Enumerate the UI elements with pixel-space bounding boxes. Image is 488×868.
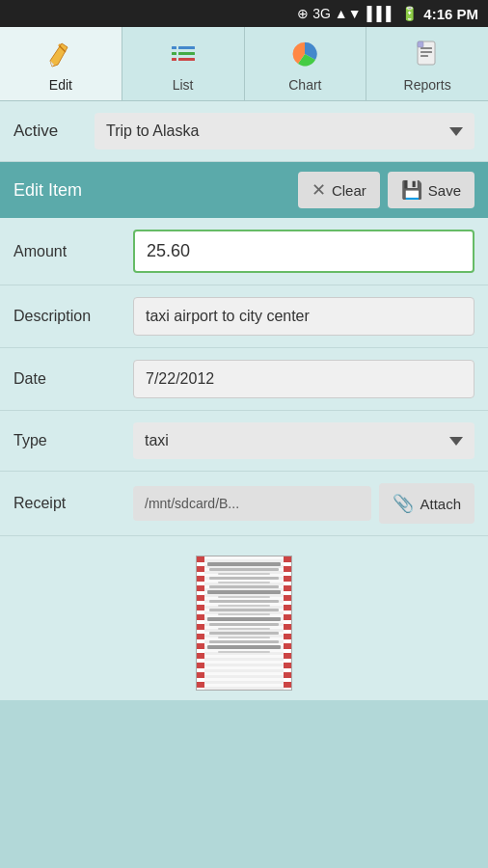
list-icon xyxy=(166,37,201,71)
signal-bars-icon: ▌▌▌ xyxy=(367,6,396,21)
clear-button[interactable]: ✕ Clear xyxy=(298,172,380,208)
save-button[interactable]: 💾 Save xyxy=(388,172,474,208)
save-button-label: Save xyxy=(428,182,461,199)
reports-icon xyxy=(410,37,445,71)
x-icon: ✕ xyxy=(312,179,326,201)
type-label: Type xyxy=(14,432,120,449)
active-dropdown[interactable]: Trip to Alaska xyxy=(95,113,474,149)
receipt-line-16 xyxy=(209,632,279,635)
header-buttons: ✕ Clear 💾 Save xyxy=(298,172,474,208)
date-input[interactable] xyxy=(133,360,474,398)
paperclip-icon: 📎 xyxy=(393,493,414,514)
receipt-line-3 xyxy=(218,573,270,575)
clear-button-label: Clear xyxy=(332,182,366,199)
edit-header: Edit Item ✕ Clear 💾 Save xyxy=(0,162,488,218)
receipt-line-18 xyxy=(209,640,279,643)
tab-edit[interactable]: Edit xyxy=(0,27,122,100)
svg-rect-8 xyxy=(172,58,176,61)
date-row: Date xyxy=(0,348,488,411)
receipt-line-17 xyxy=(218,637,270,638)
receipt-input-wrap: /mnt/sdcard/B... 📎 Attach xyxy=(133,483,474,524)
tab-bar: Edit List Chart xyxy=(0,27,488,101)
svg-rect-13 xyxy=(420,51,432,53)
chart-icon xyxy=(287,37,322,71)
receipt-label: Receipt xyxy=(14,495,120,512)
active-value: Trip to Alaska xyxy=(106,122,199,140)
attach-button[interactable]: 📎 Attach xyxy=(379,483,474,524)
description-input[interactable] xyxy=(133,297,474,336)
svg-marker-1 xyxy=(50,43,68,67)
receipt-line-19 xyxy=(207,645,282,649)
receipt-stripe-right xyxy=(284,556,291,690)
tab-chart-label: Chart xyxy=(288,77,321,93)
amount-label: Amount xyxy=(14,243,120,260)
clock: 4:16 PM xyxy=(423,6,478,22)
receipt-image[interactable] xyxy=(196,556,292,691)
tab-chart[interactable]: Chart xyxy=(245,27,367,100)
svg-rect-4 xyxy=(172,46,176,49)
edit-header-label: Edit Item xyxy=(14,180,82,201)
amount-row: Amount xyxy=(0,218,488,285)
receipt-line-10 xyxy=(218,605,270,607)
date-label: Date xyxy=(14,370,120,388)
receipt-line-20 xyxy=(218,651,270,653)
receipt-line-9 xyxy=(209,600,279,603)
receipt-line-12 xyxy=(218,613,270,615)
svg-rect-14 xyxy=(420,55,428,57)
chevron-down-icon xyxy=(449,127,463,136)
save-icon: 💾 xyxy=(401,179,422,201)
tab-list-label: List xyxy=(173,77,194,93)
type-dropdown[interactable]: taxi xyxy=(133,422,474,459)
svg-rect-5 xyxy=(178,46,195,49)
signal-icon: ⊕ 3G ▲▼ xyxy=(297,6,361,21)
receipt-line-7 xyxy=(207,590,282,594)
active-row: Active Trip to Alaska xyxy=(0,101,488,162)
receipt-line-14 xyxy=(209,623,279,626)
svg-rect-12 xyxy=(420,47,432,49)
receipt-path: /mnt/sdcard/B... xyxy=(133,486,371,521)
tab-list[interactable]: List xyxy=(122,27,245,100)
tab-reports-label: Reports xyxy=(404,77,451,93)
receipt-image-container xyxy=(0,536,488,700)
type-chevron-icon xyxy=(449,437,463,446)
active-label: Active xyxy=(14,122,81,141)
svg-rect-7 xyxy=(178,52,195,55)
receipt-line-1 xyxy=(207,562,282,566)
type-row: Type taxi xyxy=(0,411,488,472)
description-row: Description xyxy=(0,285,488,348)
status-bar: ⊕ 3G ▲▼ ▌▌▌ 🔋 4:16 PM xyxy=(0,0,488,27)
svg-rect-15 xyxy=(418,41,423,47)
receipt-line-8 xyxy=(218,596,270,598)
attach-label: Attach xyxy=(420,496,461,512)
tab-reports[interactable]: Reports xyxy=(366,27,488,100)
pencil-icon xyxy=(43,37,78,71)
form-area: Amount Description Date Type taxi Receip… xyxy=(0,218,488,700)
receipt-line-4 xyxy=(209,577,279,580)
svg-rect-6 xyxy=(172,52,176,55)
receipt-stripe-left xyxy=(197,556,204,690)
receipt-img-inner xyxy=(197,556,291,690)
description-label: Description xyxy=(14,308,120,325)
amount-input[interactable] xyxy=(133,230,474,273)
receipt-line-6 xyxy=(209,585,279,588)
receipt-line-15 xyxy=(218,628,270,630)
receipt-row: Receipt /mnt/sdcard/B... 📎 Attach xyxy=(0,472,488,536)
receipt-line-5 xyxy=(218,582,270,583)
receipt-line-11 xyxy=(209,609,279,611)
tab-edit-label: Edit xyxy=(49,77,72,93)
svg-rect-9 xyxy=(178,58,195,61)
type-value: taxi xyxy=(145,432,169,449)
battery-icon: 🔋 xyxy=(401,6,418,21)
receipt-line-2 xyxy=(209,568,279,571)
receipt-line-13 xyxy=(207,617,282,621)
